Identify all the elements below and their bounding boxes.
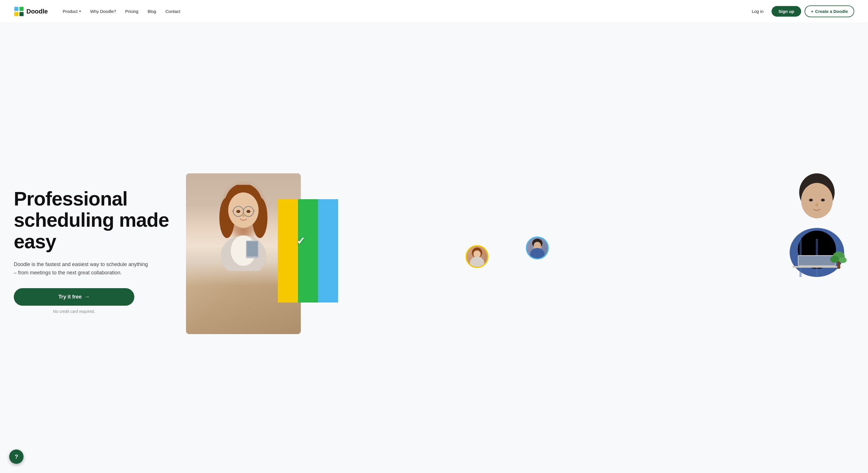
hero-subtitle: Doodle is the fastest and easiest way to…	[14, 260, 152, 277]
avatar-man-illustration	[527, 238, 548, 258]
svg-rect-19	[247, 241, 258, 257]
schedule-bars	[278, 199, 338, 303]
woman-illustration	[215, 185, 272, 271]
plus-icon: +	[811, 9, 813, 14]
nav-links: Product ▾ Why Doodle? Pricing Blog Conta…	[59, 7, 747, 16]
hero-title: Professional scheduling made easy	[14, 188, 175, 252]
avatar-man	[526, 236, 549, 259]
nav-actions: Log in Sign up + Create a Doodle	[747, 5, 854, 17]
svg-point-41	[470, 257, 484, 267]
arrow-icon: →	[85, 294, 90, 300]
chevron-down-icon: ▾	[79, 9, 81, 13]
svg-point-24	[815, 203, 818, 207]
hero-section: Professional scheduling made easy Doodle…	[0, 23, 868, 473]
svg-rect-1	[20, 7, 24, 11]
svg-point-23	[821, 199, 825, 201]
svg-point-45	[530, 248, 545, 258]
navbar: Doodle Product ▾ Why Doodle? Pricing Blo…	[0, 0, 868, 23]
svg-point-44	[534, 242, 541, 249]
avatar-woman-illustration	[467, 246, 487, 267]
man-illustration	[782, 174, 851, 282]
login-button[interactable]: Log in	[747, 7, 768, 16]
try-free-button[interactable]: Try it free →	[14, 288, 134, 306]
nav-link-product[interactable]: Product ▾	[59, 7, 85, 16]
signup-button[interactable]: Sign up	[772, 6, 801, 17]
svg-point-37	[839, 257, 847, 263]
svg-point-22	[809, 199, 813, 201]
logo-text: Doodle	[26, 8, 48, 15]
svg-rect-2	[14, 12, 19, 16]
hero-content: Professional scheduling made easy Doodle…	[14, 188, 186, 314]
svg-point-21	[801, 183, 833, 218]
nav-link-pricing[interactable]: Pricing	[122, 7, 142, 16]
no-credit-text: No credit card required.	[14, 309, 134, 314]
svg-rect-33	[799, 256, 835, 265]
checkmark-overlay: ✓	[297, 235, 305, 247]
bar-blue	[318, 199, 338, 303]
create-doodle-button[interactable]: + Create a Doodle	[805, 5, 854, 17]
svg-point-36	[830, 256, 839, 263]
hero-imagery: ✓	[186, 165, 854, 337]
logo[interactable]: Doodle	[14, 6, 48, 17]
bar-yellow	[278, 199, 298, 303]
svg-rect-3	[20, 12, 24, 16]
bar-green	[298, 199, 318, 303]
nav-link-why-doodle[interactable]: Why Doodle?	[87, 7, 119, 16]
svg-rect-0	[14, 7, 19, 11]
doodle-logo-icon	[14, 6, 24, 17]
svg-point-15	[242, 214, 245, 217]
hero-image-man	[763, 165, 868, 314]
svg-point-13	[236, 210, 240, 213]
svg-rect-31	[793, 266, 842, 268]
nav-link-contact[interactable]: Contact	[162, 7, 184, 16]
avatar-woman	[466, 245, 489, 268]
svg-point-40	[473, 250, 480, 257]
nav-link-blog[interactable]: Blog	[144, 7, 160, 16]
svg-point-14	[247, 210, 251, 213]
help-button[interactable]: ?	[9, 449, 24, 464]
